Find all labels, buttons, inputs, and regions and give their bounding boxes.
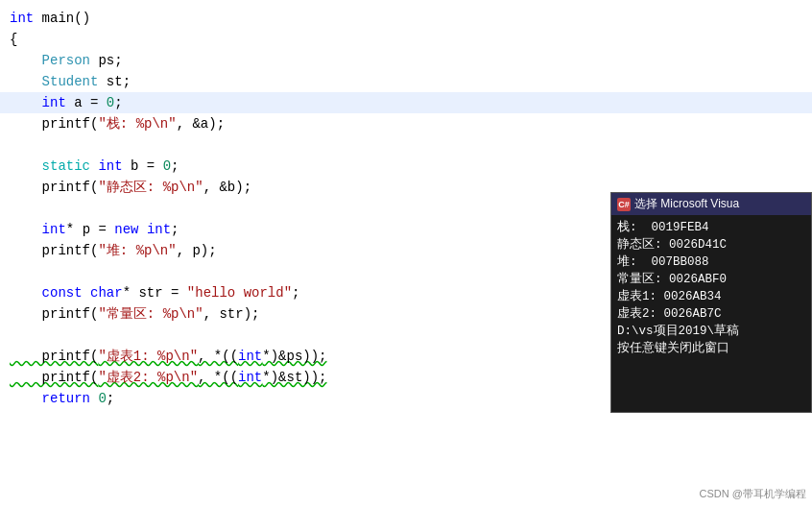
plain-token	[10, 285, 42, 301]
plain-token: , *((	[198, 349, 238, 364]
kw-token: int	[98, 158, 122, 174]
kw-token: int	[238, 370, 262, 385]
plain-token: printf(	[10, 349, 98, 364]
console-window: C# 选择 Microsoft Visua 栈: 0019FEB4静态区: 00…	[610, 192, 812, 413]
plain-token: *)&ps));	[262, 349, 326, 364]
str-token: "堆: %p\n"	[98, 243, 176, 258]
kw-token: return	[42, 391, 90, 406]
code-line: Student st;	[0, 71, 812, 92]
kw-token: int	[42, 222, 66, 237]
plain-token	[10, 95, 42, 110]
str-token: "虚表2: %p\n"	[98, 370, 198, 385]
console-line: 常量区: 0026ABF0	[617, 271, 805, 288]
str-token: "静态区: %p\n"	[98, 180, 203, 195]
console-line: 栈: 0019FEB4	[617, 219, 805, 236]
console-line: 虚表2: 0026AB7C	[617, 305, 805, 323]
console-line: 按任意键关闭此窗口	[617, 340, 805, 357]
plain-token	[83, 285, 90, 301]
plain-token: , *((	[198, 370, 238, 385]
plain-token: * str =	[123, 285, 187, 301]
plain-token: {	[10, 32, 17, 47]
plain-token: ;	[292, 285, 299, 301]
plain-token: b =	[123, 158, 163, 174]
watermark: CSDN @带耳机学编程	[700, 487, 806, 501]
kw2-token: Person	[42, 53, 90, 68]
plain-token	[138, 222, 146, 237]
console-line: 堆: 007BB088	[617, 254, 805, 271]
code-line: {	[0, 29, 812, 50]
console-title: 选择 Microsoft Visua	[634, 196, 739, 212]
console-line: 静态区: 0026D41C	[617, 236, 805, 254]
plain-token: printf(	[10, 370, 98, 385]
plain-token: ps;	[90, 53, 123, 68]
plain-token: printf(	[10, 243, 98, 258]
code-line: static int b = 0;	[0, 156, 812, 177]
plain-token: ;	[114, 95, 122, 110]
str-token: "hello world"	[187, 285, 292, 301]
plain-token: st;	[98, 74, 131, 89]
plain-token: a =	[66, 95, 107, 110]
num-token: 0	[98, 391, 106, 406]
kw2-token: Student	[42, 74, 99, 89]
plain-token: , p);	[177, 243, 217, 258]
kw-token: int	[10, 11, 34, 26]
code-line: printf("栈: %p\n", &a);	[0, 113, 812, 134]
kw-token: const	[42, 285, 83, 301]
console-titlebar: C# 选择 Microsoft Visua	[611, 193, 811, 215]
plain-token: ;	[107, 391, 114, 406]
console-icon: C#	[617, 198, 631, 211]
code-line: int a = 0;	[0, 92, 812, 113]
plain-token	[10, 391, 42, 406]
cyan-kw-token: static	[42, 158, 90, 174]
plain-token	[10, 222, 42, 237]
str-token: "栈: %p\n"	[98, 116, 176, 132]
plain-token	[10, 158, 42, 174]
code-line: int main()	[0, 8, 812, 29]
num-token: 0	[107, 95, 114, 110]
code-line	[0, 134, 812, 156]
plain-token	[10, 74, 42, 89]
plain-token: printf(	[10, 306, 98, 322]
kw-token: char	[90, 285, 123, 301]
plain-token: printf(	[10, 180, 98, 195]
plain-token: *)&st));	[262, 370, 326, 385]
kw-token: int	[42, 95, 66, 110]
plain-token: ;	[171, 158, 179, 174]
kw-token: int	[147, 222, 171, 237]
plain-token	[10, 53, 42, 68]
plain-token: main()	[34, 11, 90, 26]
code-line: Person ps;	[0, 50, 812, 71]
str-token: "虚表1: %p\n"	[98, 349, 198, 364]
plain-token: , str);	[203, 306, 260, 322]
plain-token: , &b);	[203, 180, 251, 195]
plain-token: ;	[171, 222, 179, 237]
num-token: 0	[163, 158, 171, 174]
str-token: "常量区: %p\n"	[98, 306, 203, 322]
plain-token: printf(	[10, 116, 98, 132]
plain-token: * p =	[66, 222, 114, 237]
kw-token: new	[114, 222, 138, 237]
console-line: D:\vs项目2019\草稿	[617, 323, 805, 340]
kw-token: int	[238, 349, 262, 364]
console-line: 虚表1: 0026AB34	[617, 288, 805, 305]
plain-token: , &a);	[177, 116, 225, 132]
console-body: 栈: 0019FEB4静态区: 0026D41C堆: 007BB088常量区: …	[611, 215, 811, 412]
